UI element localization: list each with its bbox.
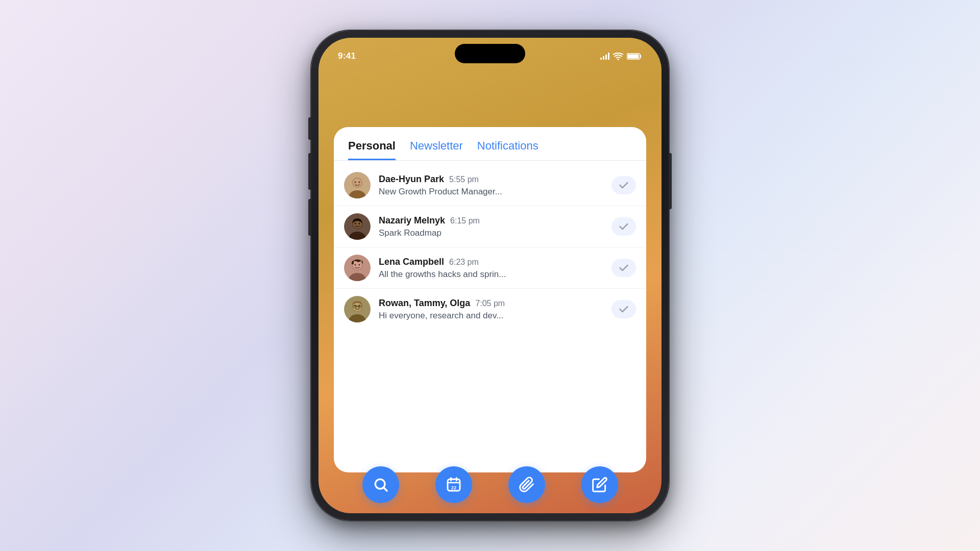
email-header: Dae-Hyun Park 5:55 pm xyxy=(379,174,603,185)
svg-text:22: 22 xyxy=(451,485,456,490)
tab-notifications[interactable]: Notifications xyxy=(477,139,538,160)
svg-point-19 xyxy=(359,264,360,266)
tab-bar: Personal Newsletter Notifications xyxy=(334,127,646,160)
checkmark-icon xyxy=(619,306,628,313)
checkmark-icon xyxy=(619,264,628,271)
avatar xyxy=(344,213,371,240)
email-header: Nazariy Melnyk 6:15 pm xyxy=(379,215,603,226)
email-item[interactable]: Rowan, Tammy, Olga 7:05 pm Hi everyone, … xyxy=(334,289,646,330)
battery-icon xyxy=(627,53,642,60)
search-button[interactable] xyxy=(362,466,399,503)
checkmark-icon xyxy=(619,223,628,230)
email-time: 5:55 pm xyxy=(449,175,479,184)
email-content: Rowan, Tammy, Olga 7:05 pm Hi everyone, … xyxy=(379,298,603,321)
email-content: Dae-Hyun Park 5:55 pm New Growth Product… xyxy=(379,174,603,197)
status-icons xyxy=(600,53,642,60)
search-icon xyxy=(373,477,389,493)
avatar xyxy=(344,172,371,198)
email-list: Dae-Hyun Park 5:55 pm New Growth Product… xyxy=(334,161,646,472)
avatar xyxy=(344,296,371,322)
phone-screen: 9:41 xyxy=(318,38,662,513)
email-subject: All the growths hacks and sprin... xyxy=(379,269,603,280)
volume-up-button[interactable] xyxy=(308,153,311,190)
bottom-toolbar: 22 xyxy=(334,466,646,503)
tab-personal[interactable]: Personal xyxy=(348,139,396,160)
email-item[interactable]: Dae-Hyun Park 5:55 pm New Growth Product… xyxy=(334,165,646,206)
mute-button[interactable] xyxy=(308,117,311,140)
svg-point-6 xyxy=(355,182,356,183)
email-content: Nazariy Melnyk 6:15 pm Spark Roadmap xyxy=(379,215,603,238)
svg-point-18 xyxy=(355,264,356,266)
email-time: 6:15 pm xyxy=(450,216,480,226)
email-sender: Rowan, Tammy, Olga xyxy=(379,298,470,309)
email-time: 7:05 pm xyxy=(475,299,505,308)
tab-newsletter[interactable]: Newsletter xyxy=(410,139,463,160)
svg-point-17 xyxy=(353,261,362,270)
email-subject: Hi everyone, research and dev... xyxy=(379,311,603,321)
svg-point-7 xyxy=(359,182,360,183)
email-sender: Nazariy Melnyk xyxy=(379,215,445,226)
email-subject: New Growth Product Manager... xyxy=(379,187,603,197)
phone-shell: 9:41 xyxy=(311,31,669,520)
email-time: 6:23 pm xyxy=(449,258,479,267)
signal-icon xyxy=(600,53,609,60)
compose-icon xyxy=(592,477,608,493)
dynamic-island xyxy=(455,44,525,63)
content-card: Personal Newsletter Notifications xyxy=(334,127,646,472)
email-header: Lena Campbell 6:23 pm xyxy=(379,257,603,267)
svg-point-25 xyxy=(359,306,360,307)
svg-point-13 xyxy=(359,223,360,224)
email-header: Rowan, Tammy, Olga 7:05 pm xyxy=(379,298,603,309)
email-item[interactable]: Lena Campbell 6:23 pm All the growths ha… xyxy=(334,247,646,289)
volume-down-button[interactable] xyxy=(308,199,311,236)
email-content: Lena Campbell 6:23 pm All the growths ha… xyxy=(379,257,603,280)
svg-point-24 xyxy=(355,306,356,307)
check-button[interactable] xyxy=(611,176,636,194)
compose-button[interactable] xyxy=(581,466,618,503)
email-subject: Spark Roadmap xyxy=(379,228,603,238)
svg-point-12 xyxy=(355,223,356,224)
calendar-button[interactable]: 22 xyxy=(435,466,472,503)
svg-rect-1 xyxy=(628,54,639,58)
calendar-icon: 22 xyxy=(446,477,462,493)
email-item[interactable]: Nazariy Melnyk 6:15 pm Spark Roadmap xyxy=(334,206,646,247)
avatar xyxy=(344,255,371,281)
wifi-icon xyxy=(613,53,623,60)
svg-point-5 xyxy=(353,178,362,187)
check-button[interactable] xyxy=(611,300,636,318)
phone-scene: 9:41 xyxy=(311,31,669,520)
check-button[interactable] xyxy=(611,217,636,236)
email-sender: Dae-Hyun Park xyxy=(379,174,444,185)
status-time: 9:41 xyxy=(338,51,356,61)
email-sender: Lena Campbell xyxy=(379,257,444,267)
check-button[interactable] xyxy=(611,259,636,277)
attachment-icon xyxy=(519,477,535,493)
attachments-button[interactable] xyxy=(508,466,545,503)
checkmark-icon xyxy=(619,182,628,189)
power-button[interactable] xyxy=(669,153,672,209)
